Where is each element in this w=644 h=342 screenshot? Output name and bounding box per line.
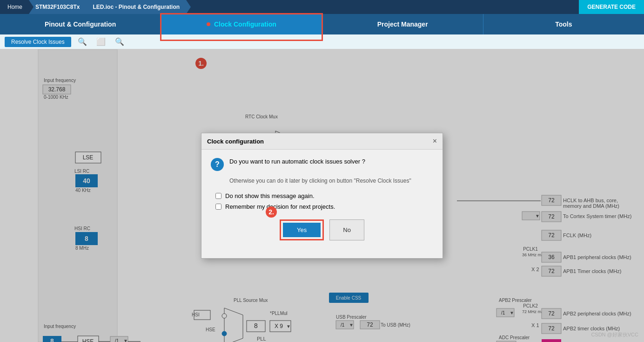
nav-project[interactable]: STM32F103C8Tx bbox=[29, 0, 86, 14]
zoom-in-icon[interactable]: 🔍 bbox=[75, 36, 90, 47]
checkbox-no-show[interactable] bbox=[215, 193, 221, 199]
tab-dot bbox=[207, 22, 210, 26]
dialog-question-text: Do you want to run automatic clock issue… bbox=[229, 158, 365, 165]
resolve-clock-issues-button[interactable]: Resolve Clock Issues bbox=[5, 37, 71, 47]
tab-bar: Pinout & Configuration Clock Configurati… bbox=[0, 14, 644, 34]
nav-file[interactable]: LED.ioc - Pinout & Configuration bbox=[86, 0, 186, 14]
checkbox-row-1: Do not show this message again. bbox=[215, 192, 433, 199]
nav-home[interactable]: Home bbox=[0, 0, 29, 14]
dialog-buttons: 2. Yes No bbox=[211, 219, 433, 240]
dialog-question-row: ? Do you want to run automatic clock iss… bbox=[211, 158, 433, 171]
dialog-body: ? Do you want to run automatic clock iss… bbox=[201, 150, 443, 249]
checkbox-no-show-label: Do not show this message again. bbox=[225, 192, 315, 199]
dialog-note: Otherwise you can do it later by clickin… bbox=[229, 178, 433, 184]
main-content: Input frequency 32.768 0-1000 KHz LSE LS… bbox=[0, 49, 644, 342]
yes-button-highlight: Yes bbox=[280, 219, 324, 240]
yes-button[interactable]: Yes bbox=[283, 223, 321, 237]
tab-pinout[interactable]: Pinout & Configuration bbox=[0, 14, 161, 34]
dialog-title: Clock configuration bbox=[207, 138, 264, 145]
no-button[interactable]: No bbox=[329, 219, 364, 240]
annotation-2: 2. bbox=[266, 206, 277, 218]
tab-clock[interactable]: Clock Configuration bbox=[161, 14, 322, 34]
dialog-close-button[interactable]: × bbox=[433, 137, 437, 145]
dialog-overlay: Clock configuration × ? Do you want to r… bbox=[0, 49, 644, 342]
zoom-out-icon[interactable]: 🔍 bbox=[112, 36, 127, 47]
question-icon: ? bbox=[211, 158, 224, 171]
checkbox-remember[interactable] bbox=[215, 204, 221, 210]
tab-project-manager[interactable]: Project Manager bbox=[322, 14, 483, 34]
fit-screen-icon[interactable]: ⬜ bbox=[94, 36, 108, 47]
checkbox-row-2: Remember my decision for next projects. bbox=[215, 203, 433, 210]
top-nav: Home STM32F103C8Tx LED.ioc - Pinout & Co… bbox=[0, 0, 644, 14]
watermark: CSDN @好家伙VCC bbox=[591, 331, 638, 338]
toolbar: Resolve Clock Issues 🔍 ⬜ 🔍 bbox=[0, 34, 644, 49]
generate-code-button[interactable]: GENERATE CODE bbox=[579, 0, 644, 14]
dialog-title-bar: Clock configuration × bbox=[201, 133, 443, 150]
checkbox-remember-label: Remember my decision for next projects. bbox=[225, 203, 335, 210]
tab-tools[interactable]: Tools bbox=[483, 14, 644, 34]
clock-config-dialog: Clock configuration × ? Do you want to r… bbox=[201, 133, 443, 259]
